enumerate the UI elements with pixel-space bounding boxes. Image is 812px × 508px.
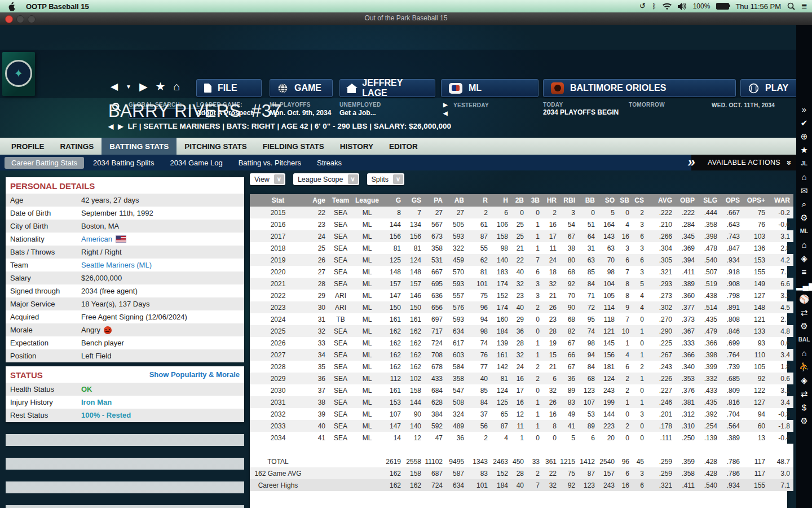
subtab[interactable]: Streaks xyxy=(310,157,348,169)
season-row: 202835SEAML16216267858477142242216784181… xyxy=(250,361,793,373)
empty-panel-rows xyxy=(6,422,244,508)
detail-row: Nationality American xyxy=(6,233,244,246)
season-row: 202936SEAML11210243335840811626366812421… xyxy=(250,373,793,384)
nav-history-dropdown-icon[interactable]: ▼ xyxy=(126,84,131,90)
volume-icon[interactable] xyxy=(678,3,687,10)
col-header-hr[interactable]: HR xyxy=(543,194,560,207)
tab[interactable]: BATTING STATS xyxy=(102,138,176,155)
tab[interactable]: PROFILE xyxy=(3,138,52,155)
col-header-league[interactable]: League xyxy=(352,194,382,207)
subtab[interactable]: 2034 Game Log xyxy=(163,157,229,169)
apple-menu-icon[interactable] xyxy=(8,2,16,11)
finances-icon[interactable]: $ xyxy=(796,401,812,414)
mariners-logo: ✦ xyxy=(2,52,35,96)
ballpark-icon[interactable]: ◈ xyxy=(796,374,812,387)
manager-status-label: UNEMPLOYED xyxy=(339,102,381,108)
ballpark-icon[interactable]: ◈ xyxy=(796,252,812,265)
wrench-icon[interactable]: ⚙ xyxy=(796,414,812,428)
wrench-icon[interactable]: ⚙ xyxy=(796,211,812,225)
detail-row: Major Service 18 Year(s), 137 Days xyxy=(6,297,244,310)
subtab[interactable]: Batting vs. Pitchers xyxy=(232,157,308,169)
tomorrow-label[interactable]: TOMORROW xyxy=(629,102,665,108)
col-header-age[interactable]: Age xyxy=(306,194,329,207)
col-header-pa[interactable]: PA xyxy=(425,194,446,207)
col-header-ab[interactable]: AB xyxy=(446,194,467,207)
filter-dropdown[interactable]: View ∨ xyxy=(250,173,285,185)
col-header-rbi[interactable]: RBI xyxy=(560,194,579,207)
yesterday-arrow-icon[interactable]: ▶ xyxy=(443,102,448,108)
col-header-r[interactable]: R xyxy=(467,194,491,207)
tab[interactable]: EDITOR xyxy=(381,138,426,155)
menu-app-name[interactable]: OOTP Baseball 15 xyxy=(26,2,89,11)
next-player-icon[interactable]: ▶ xyxy=(118,122,123,130)
bluetooth-icon[interactable]: ᛒ xyxy=(652,0,656,12)
tab[interactable]: HISTORY xyxy=(332,138,381,155)
filter-dropdown[interactable]: Splits ∨ xyxy=(367,173,405,185)
season-row: 203441SEAML1412473624100562000.111.250.1… xyxy=(250,432,793,444)
wifi-icon[interactable] xyxy=(663,3,672,10)
home-icon[interactable]: ⌂ xyxy=(796,238,812,252)
col-header-cs[interactable]: CS xyxy=(633,194,647,207)
home-icon[interactable]: ⌂ xyxy=(796,170,812,184)
col-header-sb[interactable]: SB xyxy=(618,194,633,207)
search-icon[interactable]: ⌕ xyxy=(796,198,812,211)
yesterday-label[interactable]: YESTERDAY xyxy=(453,102,489,108)
mail-icon[interactable]: ✉ xyxy=(796,184,812,198)
player-name-header: BARRY RIVERS #37 xyxy=(108,101,281,121)
col-header-g[interactable]: G xyxy=(382,194,404,207)
tab[interactable]: RATINGS xyxy=(52,138,102,155)
home-icon[interactable]: ⌂ xyxy=(796,347,812,360)
filter-dropdown[interactable]: League Scope ∨ xyxy=(293,173,359,185)
nav-home-icon[interactable]: ⌂ xyxy=(174,80,180,93)
col-header-bb[interactable]: BB xyxy=(579,194,598,207)
career-batting-stats-panel: StatAgeTeamLeagueGGSPAABRH2B3BHRRBIBBSOS… xyxy=(250,194,787,508)
subtab[interactable]: Career Batting Stats xyxy=(5,157,84,169)
player-icon[interactable]: ⛹ xyxy=(796,360,812,374)
nav-back-icon[interactable]: ◀ xyxy=(111,81,118,93)
subtab[interactable]: 2034 Batting Splits xyxy=(86,157,161,169)
star-icon[interactable]: ★ xyxy=(796,143,812,157)
col-header-ops[interactable]: OPS xyxy=(721,194,743,207)
col-header-team[interactable]: Team xyxy=(329,194,352,207)
col-header-avg[interactable]: AVG xyxy=(647,194,676,207)
transactions-icon[interactable]: ⇄ xyxy=(796,387,812,401)
nav-forward-icon[interactable]: ▶ xyxy=(139,80,148,93)
col-header-2b[interactable]: 2B xyxy=(511,194,527,207)
prev-day-arrow-icon[interactable]: ◀ xyxy=(443,110,448,116)
standings-icon[interactable]: ≡ xyxy=(796,265,812,279)
prev-player-icon[interactable]: ◀ xyxy=(108,122,113,130)
notification-center-icon[interactable]: ≣ xyxy=(801,0,807,12)
col-header-3b[interactable]: 3B xyxy=(527,194,543,207)
team-menu-button[interactable]: BALTIMORE ORIOLES xyxy=(543,79,736,97)
col-header-ops+[interactable]: OPS+ xyxy=(743,194,769,207)
globe-icon[interactable]: ⊕ xyxy=(796,130,812,143)
tab[interactable]: PITCHING STATS xyxy=(176,138,255,155)
col-header-gs[interactable]: GS xyxy=(404,194,425,207)
spotlight-icon[interactable] xyxy=(787,2,795,10)
baseball-icon[interactable]: ⚾ xyxy=(796,292,812,306)
wrench-icon[interactable]: ⚙ xyxy=(796,319,812,333)
expand-icon[interactable]: » xyxy=(796,103,812,116)
menu-clock[interactable]: Thu 11:56 PM xyxy=(735,2,781,11)
check-icon[interactable]: ✔ xyxy=(796,116,812,130)
tab[interactable]: FIELDING STATS xyxy=(255,138,332,155)
angry-morale-icon xyxy=(104,326,112,334)
game-menu-button[interactable]: GAME xyxy=(270,79,333,97)
col-header-slg[interactable]: SLG xyxy=(698,194,721,207)
col-header-so[interactable]: SO xyxy=(598,194,618,207)
col-header-obp[interactable]: OBP xyxy=(676,194,698,207)
league-menu-button[interactable]: ML xyxy=(441,79,539,97)
col-header-h[interactable]: H xyxy=(491,194,511,207)
time-machine-icon[interactable]: ↺ xyxy=(639,0,646,12)
manager-menu-button[interactable]: JEFFREY LAGE xyxy=(339,79,435,97)
available-actions-button[interactable]: » AVAILABLE ACTIONS » xyxy=(691,155,796,170)
file-menu-button[interactable]: FILE xyxy=(196,79,262,97)
home-icon xyxy=(347,88,356,93)
show-popularity-morale-link[interactable]: Show Popularity & Morale xyxy=(149,370,240,379)
transactions-icon[interactable]: ⇄ xyxy=(796,306,812,319)
col-header-war[interactable]: WAR xyxy=(769,194,793,207)
nav-bookmark-icon[interactable]: ★ xyxy=(156,80,166,93)
stats-icon[interactable]: ▂▄▆ xyxy=(796,279,812,292)
main-tab-bar: PROFILE RATINGS BATTING STATS PITCHING S… xyxy=(0,138,800,155)
col-header-stat[interactable]: Stat xyxy=(250,194,306,207)
